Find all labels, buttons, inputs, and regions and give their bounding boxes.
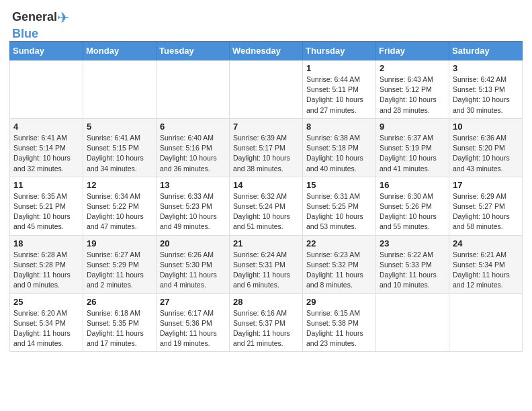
day-info: Sunrise: 6:23 AM Sunset: 5:32 PM Dayligh…: [306, 250, 372, 291]
day-info: Sunrise: 6:43 AM Sunset: 5:12 PM Dayligh…: [380, 75, 445, 116]
weekday-header-saturday: Saturday: [449, 42, 523, 60]
calendar-cell: 21Sunrise: 6:24 AM Sunset: 5:31 PM Dayli…: [230, 235, 303, 293]
day-info: Sunrise: 6:15 AM Sunset: 5:38 PM Dayligh…: [306, 308, 372, 349]
calendar-cell: 3Sunrise: 6:42 AM Sunset: 5:13 PM Daylig…: [449, 60, 523, 119]
calendar-week-row: 18Sunrise: 6:28 AM Sunset: 5:28 PM Dayli…: [10, 235, 523, 293]
day-number: 4: [13, 122, 79, 132]
weekday-header-tuesday: Tuesday: [157, 42, 230, 60]
day-number: 22: [306, 238, 372, 248]
day-info: Sunrise: 6:33 AM Sunset: 5:23 PM Dayligh…: [160, 191, 226, 232]
calendar-cell: [10, 60, 83, 119]
weekday-header-row: SundayMondayTuesdayWednesdayThursdayFrid…: [10, 42, 523, 60]
day-number: 16: [380, 180, 445, 190]
day-number: 15: [306, 180, 372, 190]
weekday-header-wednesday: Wednesday: [230, 42, 303, 60]
calendar-cell: 18Sunrise: 6:28 AM Sunset: 5:28 PM Dayli…: [10, 235, 83, 293]
day-number: 9: [380, 122, 445, 132]
calendar-cell: [83, 60, 157, 119]
day-info: Sunrise: 6:18 AM Sunset: 5:35 PM Dayligh…: [87, 308, 152, 349]
calendar-cell: 11Sunrise: 6:35 AM Sunset: 5:21 PM Dayli…: [10, 177, 83, 235]
logo-general: General: [12, 10, 57, 24]
calendar-cell: 2Sunrise: 6:43 AM Sunset: 5:12 PM Daylig…: [376, 60, 449, 119]
calendar-table: SundayMondayTuesdayWednesdayThursdayFrid…: [9, 41, 523, 352]
day-info: Sunrise: 6:32 AM Sunset: 5:24 PM Dayligh…: [233, 191, 299, 232]
calendar-cell: 17Sunrise: 6:29 AM Sunset: 5:27 PM Dayli…: [449, 177, 523, 235]
logo-blue: Blue: [12, 27, 38, 40]
header: [0, 0, 532, 15]
day-number: 27: [160, 297, 226, 307]
day-info: Sunrise: 6:17 AM Sunset: 5:36 PM Dayligh…: [160, 308, 226, 349]
calendar-cell: [157, 60, 230, 119]
day-info: Sunrise: 6:36 AM Sunset: 5:20 PM Dayligh…: [453, 133, 519, 174]
calendar-cell: 10Sunrise: 6:36 AM Sunset: 5:20 PM Dayli…: [449, 118, 523, 177]
day-info: Sunrise: 6:28 AM Sunset: 5:28 PM Dayligh…: [13, 250, 79, 291]
day-number: 24: [453, 238, 519, 248]
day-number: 2: [380, 63, 445, 73]
calendar-week-row: 1Sunrise: 6:44 AM Sunset: 5:11 PM Daylig…: [10, 60, 523, 119]
day-number: 17: [453, 180, 519, 190]
day-number: 3: [453, 63, 519, 73]
day-number: 8: [306, 122, 372, 132]
day-info: Sunrise: 6:22 AM Sunset: 5:33 PM Dayligh…: [380, 250, 445, 291]
weekday-header-monday: Monday: [83, 42, 157, 60]
day-number: 25: [13, 297, 79, 307]
weekday-header-friday: Friday: [376, 42, 449, 60]
day-number: 14: [233, 180, 299, 190]
calendar-cell: 6Sunrise: 6:40 AM Sunset: 5:16 PM Daylig…: [157, 118, 230, 177]
day-number: 20: [160, 238, 226, 248]
day-info: Sunrise: 6:27 AM Sunset: 5:29 PM Dayligh…: [87, 250, 152, 291]
day-number: 11: [13, 180, 79, 190]
day-number: 1: [306, 63, 372, 73]
weekday-header-thursday: Thursday: [303, 42, 376, 60]
calendar-cell: 4Sunrise: 6:41 AM Sunset: 5:14 PM Daylig…: [10, 118, 83, 177]
calendar-cell: 1Sunrise: 6:44 AM Sunset: 5:11 PM Daylig…: [303, 60, 376, 119]
day-info: Sunrise: 6:34 AM Sunset: 5:22 PM Dayligh…: [87, 191, 152, 232]
calendar-cell: 22Sunrise: 6:23 AM Sunset: 5:32 PM Dayli…: [303, 235, 376, 293]
day-info: Sunrise: 6:44 AM Sunset: 5:11 PM Dayligh…: [306, 75, 372, 116]
calendar-cell: 9Sunrise: 6:37 AM Sunset: 5:19 PM Daylig…: [376, 118, 449, 177]
day-number: 28: [233, 297, 299, 307]
calendar-cell: 19Sunrise: 6:27 AM Sunset: 5:29 PM Dayli…: [83, 235, 157, 293]
day-info: Sunrise: 6:26 AM Sunset: 5:30 PM Dayligh…: [160, 250, 226, 291]
calendar-cell: 24Sunrise: 6:21 AM Sunset: 5:34 PM Dayli…: [449, 235, 523, 293]
day-info: Sunrise: 6:31 AM Sunset: 5:25 PM Dayligh…: [306, 191, 372, 232]
day-number: 6: [160, 122, 226, 132]
logo-bird-icon: ✈: [57, 9, 69, 27]
calendar-cell: [449, 293, 523, 352]
day-info: Sunrise: 6:37 AM Sunset: 5:19 PM Dayligh…: [380, 133, 445, 174]
day-info: Sunrise: 6:24 AM Sunset: 5:31 PM Dayligh…: [233, 250, 299, 291]
calendar-cell: 20Sunrise: 6:26 AM Sunset: 5:30 PM Dayli…: [157, 235, 230, 293]
day-number: 21: [233, 238, 299, 248]
calendar-cell: 28Sunrise: 6:16 AM Sunset: 5:37 PM Dayli…: [230, 293, 303, 352]
day-info: Sunrise: 6:39 AM Sunset: 5:17 PM Dayligh…: [233, 133, 299, 174]
calendar-cell: 27Sunrise: 6:17 AM Sunset: 5:36 PM Dayli…: [157, 293, 230, 352]
calendar-cell: [230, 60, 303, 119]
day-number: 12: [87, 180, 152, 190]
day-info: Sunrise: 6:42 AM Sunset: 5:13 PM Dayligh…: [453, 75, 519, 116]
day-info: Sunrise: 6:35 AM Sunset: 5:21 PM Dayligh…: [13, 191, 79, 232]
calendar-cell: 8Sunrise: 6:38 AM Sunset: 5:18 PM Daylig…: [303, 118, 376, 177]
day-number: 18: [13, 238, 79, 248]
calendar-cell: 16Sunrise: 6:30 AM Sunset: 5:26 PM Dayli…: [376, 177, 449, 235]
day-info: Sunrise: 6:40 AM Sunset: 5:16 PM Dayligh…: [160, 133, 226, 174]
calendar-week-row: 4Sunrise: 6:41 AM Sunset: 5:14 PM Daylig…: [10, 118, 523, 177]
day-number: 13: [160, 180, 226, 190]
day-number: 10: [453, 122, 519, 132]
calendar-cell: 14Sunrise: 6:32 AM Sunset: 5:24 PM Dayli…: [230, 177, 303, 235]
logo: General✈ Blue: [0, 0, 69, 41]
day-info: Sunrise: 6:29 AM Sunset: 5:27 PM Dayligh…: [453, 191, 519, 232]
day-info: Sunrise: 6:41 AM Sunset: 5:14 PM Dayligh…: [13, 133, 79, 174]
day-info: Sunrise: 6:38 AM Sunset: 5:18 PM Dayligh…: [306, 133, 372, 174]
day-info: Sunrise: 6:16 AM Sunset: 5:37 PM Dayligh…: [233, 308, 299, 349]
day-info: Sunrise: 6:20 AM Sunset: 5:34 PM Dayligh…: [13, 308, 79, 349]
calendar-cell: 26Sunrise: 6:18 AM Sunset: 5:35 PM Dayli…: [83, 293, 157, 352]
calendar-cell: 23Sunrise: 6:22 AM Sunset: 5:33 PM Dayli…: [376, 235, 449, 293]
day-number: 19: [87, 238, 152, 248]
day-number: 7: [233, 122, 299, 132]
calendar-cell: 29Sunrise: 6:15 AM Sunset: 5:38 PM Dayli…: [303, 293, 376, 352]
calendar-cell: 5Sunrise: 6:41 AM Sunset: 5:15 PM Daylig…: [83, 118, 157, 177]
calendar-cell: 25Sunrise: 6:20 AM Sunset: 5:34 PM Dayli…: [10, 293, 83, 352]
calendar-week-row: 11Sunrise: 6:35 AM Sunset: 5:21 PM Dayli…: [10, 177, 523, 235]
day-number: 5: [87, 122, 152, 132]
calendar-cell: [376, 293, 449, 352]
